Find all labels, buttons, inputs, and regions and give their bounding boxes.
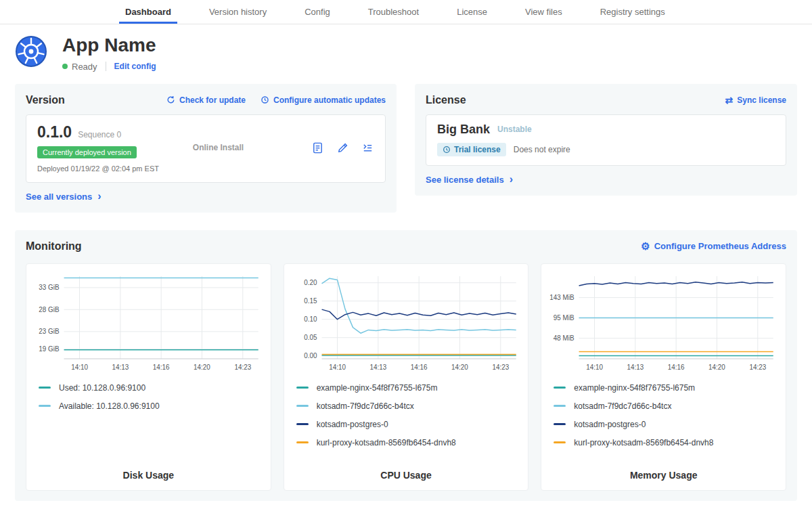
legend-item: example-nginx-54f8f76755-l675m [554,383,779,393]
svg-text:0.10: 0.10 [304,315,317,323]
svg-text:95 MiB: 95 MiB [554,314,574,322]
legend-color-dash-icon [296,405,309,407]
svg-text:48 MiB: 48 MiB [554,334,574,342]
version-number: 0.1.0 [37,123,72,141]
legend-item: Available: 10.128.0.96:9100 [39,401,264,411]
version-title: Version [26,94,65,106]
svg-text:14:20: 14:20 [708,364,725,371]
legend-color-dash-icon [39,387,51,389]
check-for-update-link[interactable]: Check for update [166,95,246,105]
legend-color-dash-icon [296,387,309,389]
license-detail-card: Big Bank Unstable Trial license Does not… [426,114,786,166]
legend-color-dash-icon [554,405,566,407]
tab-version-history[interactable]: Version history [203,0,273,24]
svg-text:14:16: 14:16 [153,364,170,371]
sync-icon: ⇄ [725,95,734,105]
svg-text:14:10: 14:10 [329,364,346,371]
legend-label: kurl-proxy-kotsadm-8569fb6454-dnvh8 [317,438,456,447]
chart-title: CPU Usage [291,463,522,481]
tab-config[interactable]: Config [298,0,336,24]
see-all-versions-label: See all versions [26,192,92,202]
svg-text:14:10: 14:10 [71,364,88,371]
legend-color-dash-icon [296,423,309,425]
legend-color-dash-icon [554,423,566,425]
disk-usage-chart: 19 GiB23 GiB28 GiB33 GiB14:1014:1314:161… [33,272,264,374]
legend-item: example-nginx-54f8f76755-l675m [296,383,522,393]
tab-license[interactable]: License [451,0,493,24]
tab-dashboard[interactable]: Dashboard [119,0,177,24]
svg-text:14:16: 14:16 [668,364,685,371]
check-for-update-label: Check for update [179,95,246,105]
memory-usage-chart-card: 48 MiB95 MiB143 MiB14:1014:1314:1614:201… [541,263,786,491]
configure-prometheus-label: Configure Prometheus Address [654,241,786,251]
monitoring-card: Monitoring ⚙ Configure Prometheus Addres… [15,230,797,501]
svg-text:14:13: 14:13 [112,364,129,371]
charts-row: 19 GiB23 GiB28 GiB33 GiB14:1014:1314:161… [26,263,786,491]
legend-color-dash-icon [554,387,566,389]
svg-text:14:20: 14:20 [451,364,468,371]
svg-text:28 GiB: 28 GiB [39,306,60,313]
legend-label: example-nginx-54f8f76755-l675m [317,383,438,393]
tab-troubleshoot[interactable]: Troubleshoot [362,0,425,24]
chart-title: Disk Usage [33,463,264,481]
sync-license-link[interactable]: ⇄ Sync license [725,95,786,105]
tab-registry-settings[interactable]: Registry settings [594,0,671,24]
legend-label: Used: 10.128.0.96:9100 [59,383,145,393]
svg-text:14:16: 14:16 [410,364,427,371]
see-license-details-label: See license details [426,175,504,185]
legend-item: Used: 10.128.0.96:9100 [39,383,264,393]
trial-license-badge: Trial license [437,143,506,156]
configure-automatic-updates-label: Configure automatic updates [273,95,386,105]
legend-item: kurl-proxy-kotsadm-8569fb6454-dnvh8 [554,438,779,447]
legend-label: kurl-proxy-kotsadm-8569fb6454-dnvh8 [574,438,713,447]
svg-text:33 GiB: 33 GiB [39,284,60,291]
configure-automatic-updates-link[interactable]: Configure automatic updates [261,95,386,105]
app-status-text: Ready [72,62,97,72]
svg-text:0.15: 0.15 [304,297,317,305]
configure-prometheus-link[interactable]: ⚙ Configure Prometheus Address [641,241,786,251]
legend-color-dash-icon [296,441,309,443]
license-customer-name: Big Bank [437,123,490,137]
edit-version-config-icon[interactable] [336,141,349,154]
license-channel: Unstable [497,125,532,134]
svg-text:143 MiB: 143 MiB [550,294,575,301]
chart-legend: example-nginx-54f8f76755-l675mkotsadm-7f… [291,383,522,456]
see-all-versions-link[interactable]: See all versions › [26,192,102,202]
release-notes-icon[interactable] [311,141,324,154]
legend-label: kotsadm-postgres-0 [317,420,388,429]
svg-text:14:10: 14:10 [586,364,603,371]
tab-view-files[interactable]: View files [519,0,568,24]
legend-item: kotsadm-7f9dc7d66c-b4tcx [296,401,522,411]
svg-text:14:20: 14:20 [194,364,210,371]
legend-label: kotsadm-7f9dc7d66c-b4tcx [317,401,414,411]
see-license-details-link[interactable]: See license details › [426,175,513,185]
svg-text:0.00: 0.00 [304,352,317,359]
current-version-card: 0.1.0 Sequence 0 Currently deployed vers… [26,114,386,183]
disk-usage-chart-card: 19 GiB23 GiB28 GiB33 GiB14:1014:1314:161… [26,263,271,491]
chevron-right-icon: › [510,175,513,184]
version-sequence: Sequence 0 [78,130,121,139]
clock-icon [443,146,451,154]
license-card: License ⇄ Sync license Big Bank Unstable… [415,84,797,196]
legend-item: kotsadm-7f9dc7d66c-b4tcx [554,401,779,411]
app-title: App Name [62,35,156,56]
svg-text:19 GiB: 19 GiB [39,345,60,353]
legend-item: kotsadm-postgres-0 [554,420,779,429]
svg-text:14:13: 14:13 [369,364,386,371]
kubernetes-logo-icon [15,35,47,68]
edit-config-link[interactable]: Edit config [114,62,156,71]
sync-license-label: Sync license [737,95,786,105]
legend-label: example-nginx-54f8f76755-l675m [574,383,695,393]
deployed-version-badge: Currently deployed version [37,146,137,158]
app-header: App Name Ready Edit config [0,24,812,81]
svg-text:14:23: 14:23 [492,364,509,371]
gear-icon: ⚙ [641,241,650,251]
svg-text:14:23: 14:23 [750,364,767,371]
cpu-usage-chart: 0.000.050.100.150.2014:1014:1314:1614:20… [291,272,522,374]
deploy-logs-icon[interactable] [361,141,374,154]
version-card: Version Check for update Configure autom… [15,84,397,213]
legend-label: Available: 10.128.0.96:9100 [59,401,160,411]
memory-usage-chart: 48 MiB95 MiB143 MiB14:1014:1314:1614:201… [548,272,779,374]
chevron-right-icon: › [97,192,101,201]
install-type-label: Online Install [193,143,244,152]
